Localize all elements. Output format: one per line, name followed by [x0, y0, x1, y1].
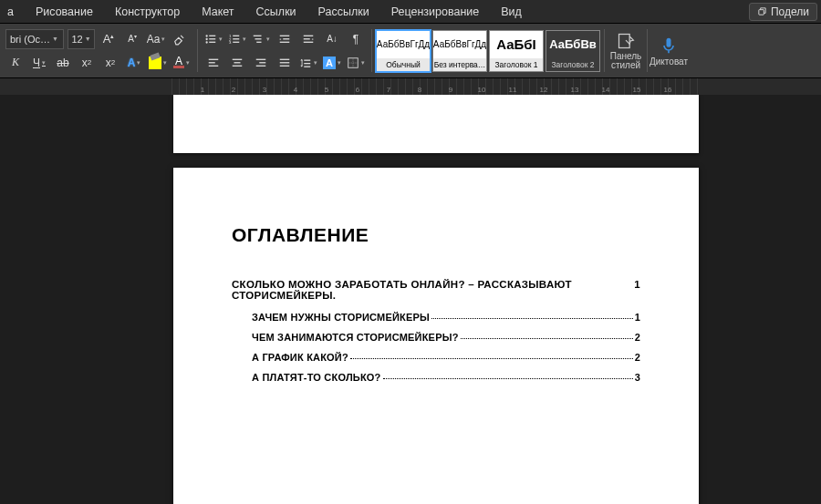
tab-home-fragment[interactable]: а [7, 0, 25, 24]
align-center-button[interactable] [227, 53, 247, 73]
toc-entry-text: ЗАЧЕМ НУЖНЫ СТОРИСМЕЙКЕРЫ [252, 312, 430, 323]
ribbon: bri (Ос…▼ 12▼ A▴ A▾ Aa▾ K Ч▾ ab x2 x2 A▾… [0, 24, 821, 78]
shading-icon [323, 57, 336, 69]
svg-rect-42 [667, 37, 671, 46]
toc-level2-entry[interactable]: А ПЛАТЯТ-ТО СКОЛЬКО?3 [252, 372, 640, 383]
clear-format-button[interactable] [170, 29, 190, 49]
style-sample: АаБбІ [490, 31, 543, 58]
svg-rect-16 [280, 35, 290, 36]
toc-entry-text: А ПЛАТЯТ-ТО СКОЛЬКО? [252, 372, 381, 383]
tab-design[interactable]: Конструктор [104, 0, 191, 24]
svg-rect-27 [233, 65, 243, 66]
font-family-select[interactable]: bri (Ос…▼ [5, 29, 64, 49]
text-effects-button[interactable]: A▾ [124, 53, 144, 73]
ruler-mark: 7 [387, 86, 390, 94]
ruler-mark: 3 [263, 86, 266, 94]
ruler-mark: 8 [418, 86, 421, 94]
style-normal[interactable]: АаБбВвГгДд Обычный [376, 30, 431, 72]
strike-button[interactable]: ab [53, 53, 73, 73]
style-label: Без интерва… [433, 58, 486, 71]
ruler-mark: 2 [232, 86, 235, 94]
share-button[interactable]: Подели [749, 3, 817, 21]
svg-rect-41 [619, 34, 630, 47]
ruler-mark: 12 [540, 86, 548, 94]
style-sample: АаБбВвГгДд [433, 31, 486, 58]
highlight-button[interactable]: ▾ [148, 53, 168, 73]
horizontal-ruler[interactable]: 12345678910111213141516 [171, 78, 701, 95]
align-right-icon [255, 57, 267, 69]
align-left-button[interactable] [203, 53, 223, 73]
style-no-spacing[interactable]: АаБбВвГгДд Без интерва… [432, 30, 487, 72]
align-center-icon [231, 57, 244, 69]
align-right-button[interactable] [251, 53, 271, 73]
styles-pane-label: Панель стилей [610, 52, 642, 70]
ruler-mark: 6 [356, 86, 359, 94]
toc-leader-dots [383, 378, 633, 379]
borders-button[interactable]: ▾ [346, 53, 366, 73]
font-family-value: bri (Ос… [10, 34, 50, 45]
line-spacing-button[interactable]: ▾ [298, 53, 318, 73]
align-justify-button[interactable] [275, 53, 295, 73]
svg-rect-2 [209, 35, 215, 36]
ruler-mark: 14 [602, 86, 610, 94]
shrink-font-button[interactable]: A▾ [122, 29, 142, 49]
tab-drawing[interactable]: Рисование [25, 0, 104, 24]
share-icon [757, 6, 767, 16]
toc-entry-text: А ГРАФИК КАКОЙ? [252, 352, 348, 363]
ruler-mark: 16 [664, 86, 672, 94]
indent-right-icon [302, 33, 315, 46]
style-heading1[interactable]: АаБбІ Заголовок 1 [489, 30, 544, 72]
toc-leader-dots [461, 338, 633, 339]
svg-rect-37 [304, 66, 310, 67]
style-label: Заголовок 2 [546, 58, 599, 71]
document-page[interactable]: ОГЛАВЛЕНИЕ СКОЛЬКО МОЖНО ЗАРАБОТАТЬ ОНЛА… [173, 168, 699, 504]
styles-pane-button[interactable]: Панель стилей [605, 24, 647, 77]
style-heading2[interactable]: АаБбВв Заголовок 2 [546, 30, 600, 72]
toc-level2-entry[interactable]: А ГРАФИК КАКОЙ?2 [252, 352, 640, 363]
tab-references[interactable]: Ссылки [245, 0, 307, 24]
toc-level2-entry[interactable]: ЧЕМ ЗАНИМАЮТСЯ СТОРИСМЕЙКЕРЫ?2 [252, 332, 640, 343]
svg-rect-15 [256, 41, 261, 42]
underline-button[interactable]: Ч▾ [29, 53, 49, 73]
dictate-button[interactable]: Диктоват [648, 24, 690, 77]
superscript-button[interactable]: x2 [100, 53, 120, 73]
italic-button[interactable]: K [5, 53, 26, 73]
tab-mailings[interactable]: Рассылки [307, 0, 380, 24]
svg-rect-26 [234, 62, 241, 63]
document-workspace[interactable]: ОГЛАВЛЕНИЕ СКОЛЬКО МОЖНО ЗАРАБОТАТЬ ОНЛА… [0, 95, 821, 504]
tab-review[interactable]: Рецензирование [380, 0, 491, 24]
font-size-select[interactable]: 12▼ [68, 29, 95, 49]
style-sample: АаБбВв [546, 31, 599, 58]
numbering-button[interactable]: 123▾ [227, 29, 247, 49]
tab-layout[interactable]: Макет [191, 0, 244, 24]
toc-title: ОГЛАВЛЕНИЕ [232, 224, 640, 246]
svg-rect-36 [304, 63, 310, 64]
chevron-down-icon: ▼ [85, 36, 91, 42]
shading-button[interactable]: ▾ [322, 53, 342, 73]
indent-right-button[interactable] [298, 29, 318, 49]
grow-font-button[interactable]: A▴ [99, 29, 119, 49]
svg-rect-20 [304, 38, 310, 39]
paragraph-marks-button[interactable]: ¶ [346, 29, 366, 49]
ruler-mark: 15 [633, 86, 641, 94]
svg-rect-19 [304, 35, 314, 36]
ruler-mark: 10 [478, 86, 486, 94]
sort-button[interactable]: A↓ [322, 29, 342, 49]
svg-rect-18 [280, 41, 290, 42]
pilcrow-icon: ¶ [353, 33, 359, 46]
indent-left-button[interactable] [275, 29, 295, 49]
toc-level2-entry[interactable]: ЗАЧЕМ НУЖНЫ СТОРИСМЕЙКЕРЫ1 [252, 312, 640, 323]
subscript-button[interactable]: x2 [77, 53, 97, 73]
svg-rect-30 [256, 65, 266, 66]
toc-entry-page: 1 [635, 312, 640, 323]
indent-left-icon [278, 33, 291, 46]
font-color-button[interactable]: A▾ [171, 53, 192, 73]
multilevel-button[interactable]: ▾ [251, 29, 271, 49]
bullets-button[interactable]: ▾ [203, 29, 223, 49]
svg-rect-12 [233, 41, 239, 42]
toc-level1-entry[interactable]: СКОЛЬКО МОЖНО ЗАРАБОТАТЬ ОНЛАЙН? – РАССК… [232, 279, 640, 301]
svg-rect-4 [209, 38, 215, 39]
change-case-button[interactable]: Aa▾ [146, 29, 166, 49]
tab-view[interactable]: Вид [490, 0, 533, 24]
svg-text:3: 3 [229, 40, 232, 45]
